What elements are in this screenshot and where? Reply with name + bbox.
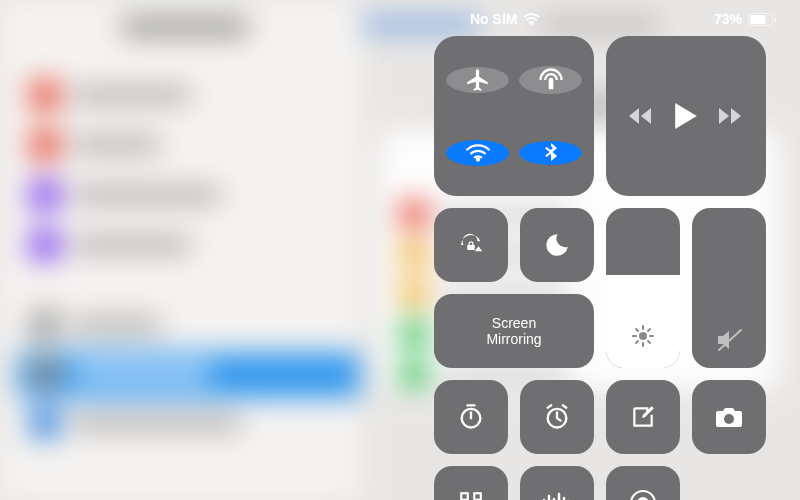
svg-line-17: [548, 405, 552, 407]
previous-track-icon[interactable]: [629, 107, 653, 125]
record-icon: [629, 489, 657, 500]
control-center: Screen Mirroring: [434, 36, 766, 500]
svg-point-3: [639, 332, 647, 340]
alarm-clock-icon: [543, 403, 571, 431]
do-not-disturb-button[interactable]: [520, 208, 594, 282]
next-track-icon[interactable]: [719, 107, 743, 125]
status-bar: No SIM 73%: [24, 8, 776, 30]
svg-line-8: [636, 329, 638, 331]
alarm-button[interactable]: [520, 380, 594, 454]
voice-memos-button[interactable]: [520, 466, 594, 500]
volume-slider[interactable]: [692, 208, 766, 368]
screen-mirroring-button[interactable]: Screen Mirroring: [434, 294, 594, 368]
airplane-mode-toggle[interactable]: [446, 67, 509, 93]
connectivity-module[interactable]: [434, 36, 594, 196]
svg-rect-27: [462, 494, 466, 498]
notes-quick-button[interactable]: [606, 380, 680, 454]
svg-line-9: [648, 341, 650, 343]
svg-rect-1: [750, 15, 766, 24]
svg-line-10: [636, 341, 638, 343]
brightness-slider[interactable]: [606, 208, 680, 368]
qr-scanner-button[interactable]: [434, 466, 508, 500]
svg-line-18: [563, 405, 567, 407]
wifi-status-icon: [523, 13, 540, 26]
svg-rect-28: [475, 494, 479, 498]
wifi-toggle[interactable]: [446, 140, 509, 166]
cellular-data-toggle[interactable]: [519, 66, 582, 94]
volume-mute-icon: [715, 328, 743, 352]
media-module[interactable]: [606, 36, 766, 196]
wifi-icon: [465, 140, 491, 166]
rotation-lock-icon: [456, 230, 486, 260]
battery-icon: [748, 13, 776, 26]
qr-code-icon: [458, 490, 484, 500]
screen-record-button[interactable]: [606, 466, 680, 500]
timer-button[interactable]: [434, 380, 508, 454]
status-sim: No SIM: [470, 11, 540, 27]
status-sim-label: No SIM: [470, 11, 517, 27]
bluetooth-toggle[interactable]: [519, 141, 582, 165]
bluetooth-icon: [539, 141, 563, 165]
waveform-icon: [541, 492, 573, 500]
timer-icon: [457, 403, 485, 431]
cellular-icon: [537, 66, 565, 94]
svg-rect-2: [774, 17, 776, 22]
brightness-icon: [631, 324, 655, 352]
camera-icon: [714, 405, 744, 429]
svg-point-19: [724, 414, 734, 424]
screen-mirroring-label: Screen Mirroring: [486, 315, 541, 347]
svg-line-11: [648, 329, 650, 331]
camera-button[interactable]: [692, 380, 766, 454]
compose-note-icon: [630, 404, 656, 430]
play-icon[interactable]: [675, 103, 697, 129]
brightness-fill: [606, 275, 680, 368]
airplane-icon: [465, 67, 491, 93]
battery-percent-label: 73%: [714, 11, 742, 27]
moon-icon: [544, 232, 570, 258]
orientation-lock-button[interactable]: [434, 208, 508, 282]
